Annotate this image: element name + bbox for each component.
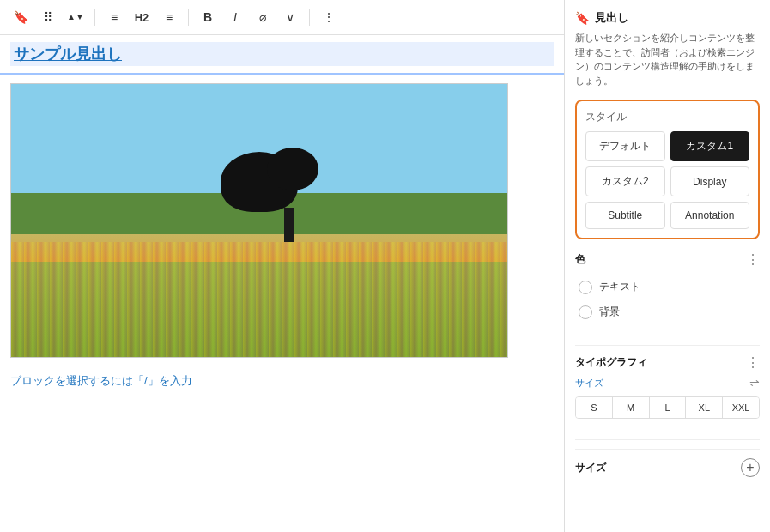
h2-btn[interactable]: H2 [130, 5, 154, 29]
panel-description: 新しいセクションを紹介しコンテンツを整理することで、訪問者（および検索エンジン）… [575, 31, 760, 88]
flowers-layer [11, 242, 507, 357]
move-icon: ▲▼ [67, 13, 84, 21]
typography-label: タイポグラフィ [575, 355, 647, 370]
color-section: 色 ⋮ テキスト 背景 [575, 251, 760, 324]
divider-2 [188, 9, 189, 26]
bookmark-icon: 🔖 [14, 10, 28, 24]
text-color-circle [579, 281, 592, 294]
size-row-label: サイズ [575, 377, 603, 390]
link-btn[interactable]: ⌀ [251, 5, 275, 29]
italic-icon: I [233, 10, 237, 24]
typography-more-icon[interactable]: ⋮ [746, 354, 760, 371]
color-more-icon[interactable]: ⋮ [746, 251, 760, 268]
drag-icon: ⠿ [44, 10, 52, 24]
tree-decoration [284, 208, 294, 242]
list-icon: ≡ [111, 10, 118, 24]
size-section-bottom: サイズ + [575, 449, 760, 477]
style-custom2-btn[interactable]: カスタム2 [585, 166, 665, 196]
divider-2 [575, 439, 760, 440]
panel-bookmark-icon: 🔖 [575, 11, 590, 25]
chevron-down-icon: ∨ [286, 10, 294, 24]
editor-panel: 🔖 ⠿ ▲▼ ≡ H2 ≡ B I ⌀ ∨ ⋮ [0, 0, 564, 532]
style-grid: デフォルト カスタム1 カスタム2 Display Subtitle Annot… [585, 131, 749, 229]
color-text-option[interactable]: テキスト [575, 275, 760, 299]
image-placeholder[interactable] [10, 83, 508, 358]
more-arrow-btn[interactable]: ∨ [278, 5, 302, 29]
panel-header: 🔖 見出し [575, 10, 760, 26]
style-subtitle-btn[interactable]: Subtitle [585, 202, 665, 229]
drag-toolbar-btn[interactable]: ⠿ [36, 5, 60, 29]
block-toolbar: 🔖 ⠿ ▲▼ ≡ H2 ≡ B I ⌀ ∨ ⋮ [0, 0, 564, 35]
list-style-btn[interactable]: ≡ [102, 5, 126, 29]
h2-label: H2 [135, 11, 149, 24]
size-l-btn[interactable]: L [650, 397, 687, 418]
color-section-header: 色 ⋮ [575, 251, 760, 268]
size-xxl-btn[interactable]: XXL [723, 397, 759, 418]
tree-canopy2 [267, 148, 318, 190]
bg-color-circle [579, 305, 592, 319]
image-area [10, 83, 554, 358]
size-bottom-label: サイズ [575, 461, 606, 475]
color-bg-option[interactable]: 背景 [575, 299, 760, 324]
size-m-btn[interactable]: M [613, 397, 650, 418]
heading-text[interactable]: サンプル見出し [10, 42, 554, 66]
typography-section: タイポグラフィ ⋮ サイズ ⇌ S M L XL XXL [575, 354, 760, 419]
panel-title: 見出し [595, 10, 628, 26]
align-icon: ≡ [166, 10, 173, 24]
plus-icon: + [746, 460, 754, 475]
bookmark-toolbar-btn[interactable]: 🔖 [9, 5, 33, 29]
ellipsis-icon: ⋮ [323, 10, 335, 24]
link-icon: ⌀ [259, 10, 266, 24]
italic-btn[interactable]: I [223, 5, 247, 29]
divider-3 [309, 9, 310, 26]
size-buttons: S M L XL XXL [575, 396, 760, 419]
bold-icon: B [203, 10, 212, 24]
size-row: サイズ ⇌ [575, 376, 760, 390]
size-s-btn[interactable]: S [576, 397, 613, 418]
style-section: スタイル デフォルト カスタム1 カスタム2 Display Subtitle … [575, 100, 760, 239]
color-section-label: 色 [575, 252, 585, 267]
size-plus-btn[interactable]: + [741, 458, 760, 477]
move-toolbar-btn[interactable]: ▲▼ [64, 5, 88, 29]
style-custom1-btn[interactable]: カスタム1 [670, 131, 750, 161]
style-display-btn[interactable]: Display [670, 166, 750, 196]
size-xl-btn[interactable]: XL [686, 397, 723, 418]
color-text-label: テキスト [599, 280, 640, 294]
tree-trunk [284, 208, 294, 242]
align-btn[interactable]: ≡ [157, 5, 181, 29]
heading-area[interactable]: サンプル見出し [0, 35, 564, 75]
bold-btn[interactable]: B [196, 5, 220, 29]
typography-header: タイポグラフィ ⋮ [575, 354, 760, 371]
style-section-title: スタイル [585, 110, 749, 124]
hint-label: ブロックを選択するには「/」を入力 [10, 374, 192, 387]
style-default-btn[interactable]: デフォルト [585, 131, 665, 161]
hint-text[interactable]: ブロックを選択するには「/」を入力 [0, 366, 564, 396]
color-bg-label: 背景 [599, 305, 620, 319]
divider-1 [94, 9, 95, 26]
style-annotation-btn[interactable]: Annotation [670, 202, 750, 229]
options-btn[interactable]: ⋮ [317, 5, 341, 29]
divider [575, 345, 760, 346]
settings-panel: 🔖 見出し 新しいセクションを紹介しコンテンツを整理することで、訪問者（および検… [564, 0, 770, 532]
size-filter-icon[interactable]: ⇌ [749, 376, 760, 390]
